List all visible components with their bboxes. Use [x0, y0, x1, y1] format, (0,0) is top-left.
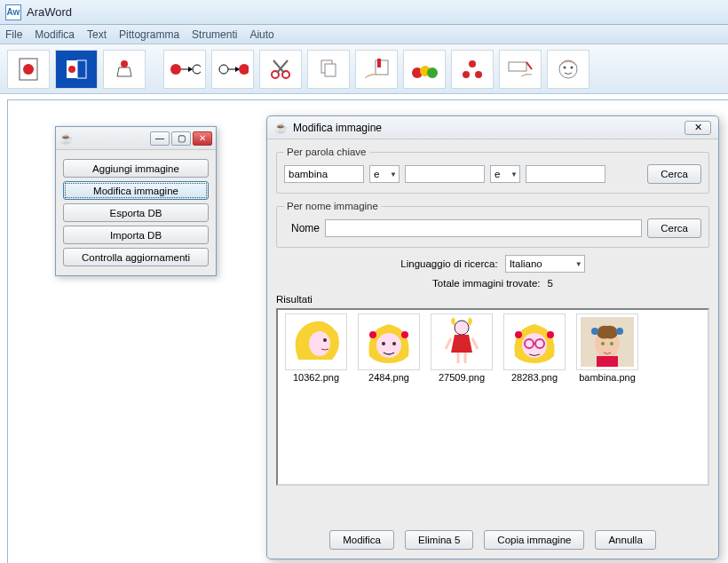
result-item[interactable]: 27509.png	[427, 313, 496, 383]
language-select[interactable]: Italiano	[505, 255, 585, 273]
image-db-panel: ☕ — ▢ ✕ Aggiungi immagine Modifica immag…	[55, 126, 217, 276]
svg-point-37	[392, 342, 396, 345]
svg-rect-19	[325, 64, 336, 76]
menu-text[interactable]: Text	[87, 28, 107, 41]
menu-pittogramma[interactable]: Pittogramma	[119, 28, 179, 41]
svg-point-54	[616, 328, 623, 335]
svg-point-13	[239, 64, 249, 75]
svg-line-29	[526, 62, 532, 69]
export-db-button[interactable]: Esporta DB	[63, 203, 209, 222]
toolbar-btn-5[interactable]	[211, 50, 254, 89]
toolbar-btn-apple-grid[interactable]	[451, 50, 494, 89]
import-db-button[interactable]: Importa DB	[63, 226, 209, 244]
menu-strumenti[interactable]: Strumenti	[192, 28, 237, 41]
total-label: Totale immagini trovate:	[432, 278, 540, 289]
svg-rect-21	[377, 59, 381, 67]
keyword-field-1[interactable]	[284, 165, 364, 183]
dialog-titlebar: ☕ Modifica immagine ✕	[267, 116, 718, 139]
keyword-field-2[interactable]	[405, 165, 485, 183]
girl-glasses-icon	[503, 313, 566, 370]
result-caption: 27509.png	[439, 372, 485, 383]
dialog-title: Modifica immagine	[293, 122, 382, 134]
name-label: Nome	[284, 222, 320, 234]
svg-point-31	[564, 66, 566, 68]
toolbar-btn-2[interactable]	[55, 50, 98, 89]
svg-point-25	[469, 60, 476, 67]
svg-point-49	[515, 331, 522, 338]
menu-file[interactable]: File	[5, 28, 22, 41]
toolbar-btn-scissors[interactable]	[259, 50, 302, 89]
titlebar: Aw AraWord	[0, 0, 728, 25]
svg-point-6	[170, 64, 181, 75]
svg-marker-8	[188, 67, 193, 72]
svg-point-36	[382, 342, 385, 345]
name-legend: Per nome immagine	[284, 201, 381, 211]
result-item[interactable]: 10362.png	[281, 313, 351, 383]
svg-rect-4	[77, 60, 86, 78]
add-image-button[interactable]: Aggiungi immagine	[63, 159, 209, 178]
result-item[interactable]: 2484.png	[354, 313, 423, 383]
svg-point-34	[323, 338, 327, 342]
svg-point-5	[121, 60, 128, 67]
delete-button[interactable]: Elimina 5	[405, 530, 473, 550]
modify-image-button[interactable]: Modifica immagine	[63, 181, 209, 200]
toolbar-btn-write[interactable]	[499, 50, 542, 89]
keyword-legend: Per parola chiave	[284, 147, 369, 157]
results-label: Risultati	[276, 294, 709, 305]
svg-point-9	[193, 65, 201, 74]
svg-line-41	[446, 338, 451, 349]
name-search-button[interactable]: Cerca	[647, 218, 701, 238]
svg-point-53	[591, 328, 598, 335]
menu-modifica[interactable]: Modifica	[35, 28, 75, 41]
panel-titlebar: ☕ — ▢ ✕	[56, 127, 216, 150]
toolbar-btn-apples[interactable]	[403, 50, 446, 89]
keyword-op-1[interactable]: e	[369, 165, 400, 183]
result-caption: 28283.png	[511, 372, 558, 383]
keyword-search-group: Per parola chiave e e Cerca	[276, 147, 709, 194]
keyword-op-2[interactable]: e	[490, 165, 520, 183]
dialog-close-button[interactable]: ✕	[684, 121, 711, 135]
svg-rect-28	[509, 62, 526, 71]
svg-rect-57	[597, 356, 618, 367]
toolbar-btn-1[interactable]	[7, 50, 50, 89]
cancel-button[interactable]: Annulla	[595, 530, 655, 550]
girl-photo-icon	[576, 313, 638, 370]
toolbar-btn-3[interactable]	[103, 50, 146, 89]
girl-face-icon	[358, 313, 420, 370]
result-caption: 10362.png	[293, 372, 339, 383]
result-caption: 2484.png	[368, 372, 409, 383]
modify-image-dialog: ☕ Modifica immagine ✕ Per parola chiave …	[266, 115, 719, 559]
toolbar-btn-paste[interactable]	[355, 50, 398, 89]
menubar: File Modifica Text Pittogramma Strumenti…	[0, 25, 728, 44]
svg-point-55	[601, 342, 605, 345]
result-item[interactable]: bambina.png	[573, 313, 642, 383]
girl-body-icon	[431, 313, 493, 370]
toolbar-btn-face[interactable]	[547, 50, 590, 89]
toolbar-btn-copy[interactable]	[307, 50, 350, 89]
toolbar-btn-4[interactable]	[163, 50, 206, 89]
name-field[interactable]	[325, 219, 642, 237]
language-label: Linguaggio di ricerca:	[400, 258, 497, 269]
modify-button[interactable]: Modifica	[329, 530, 394, 550]
svg-point-33	[309, 331, 330, 356]
check-updates-button[interactable]: Controlla aggiornamenti	[63, 248, 209, 266]
menu-aiuto[interactable]: Aiuto	[249, 28, 273, 41]
keyword-field-3[interactable]	[526, 165, 605, 183]
svg-point-38	[369, 331, 376, 338]
svg-point-24	[427, 67, 438, 78]
svg-line-42	[472, 338, 478, 349]
svg-point-40	[455, 321, 469, 335]
results-grid[interactable]: 10362.png 2484.png 27509.png 28283.png b…	[276, 308, 709, 486]
panel-maximize-button[interactable]: ▢	[171, 131, 191, 146]
panel-minimize-button[interactable]: —	[150, 131, 170, 146]
panel-close-button[interactable]: ✕	[193, 131, 212, 146]
app-logo-icon: Aw	[5, 4, 21, 20]
svg-point-1	[23, 64, 34, 75]
keyword-search-button[interactable]: Cerca	[647, 164, 701, 184]
java-icon: ☕	[59, 132, 73, 145]
copy-image-button[interactable]: Copia immagine	[484, 530, 584, 550]
result-item[interactable]: 28283.png	[500, 313, 569, 383]
svg-point-27	[475, 71, 482, 78]
java-icon: ☕	[274, 122, 288, 134]
svg-point-56	[610, 342, 613, 345]
